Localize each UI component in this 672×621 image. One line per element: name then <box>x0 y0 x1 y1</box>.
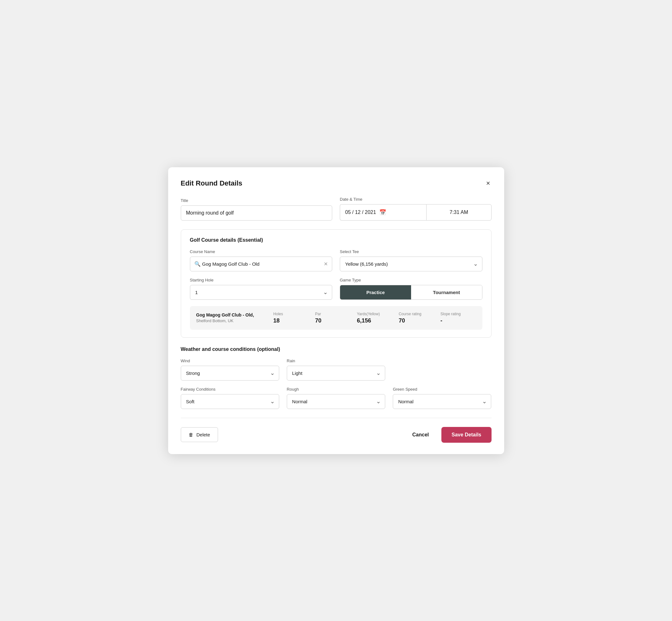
course-rating-label: Course rating <box>399 312 421 316</box>
wind-dropdown[interactable]: Calm Light Moderate Strong Very Strong <box>181 366 279 380</box>
course-info-row: Gog Magog Golf Club - Old, Shelford Bott… <box>190 306 482 330</box>
wind-select-wrapper: Calm Light Moderate Strong Very Strong ⌄ <box>181 366 279 380</box>
par-label: Par <box>315 312 321 316</box>
fairway-rough-green-row: Fairway Conditions Dry Normal Soft Wet ⌄… <box>181 387 492 409</box>
course-name-group: Course Name 🔍 ✕ <box>190 249 333 272</box>
modal-title: Edit Round Details <box>181 179 243 188</box>
time-input[interactable]: 7:31 AM <box>426 204 491 220</box>
weather-section: Weather and course conditions (optional)… <box>181 346 492 409</box>
rain-label: Rain <box>287 359 385 363</box>
trash-icon: 🗑 <box>189 432 194 437</box>
title-label: Title <box>181 198 333 203</box>
course-name-label: Course Name <box>190 249 333 254</box>
slope-rating-stat: Slope rating - <box>434 312 476 324</box>
green-speed-dropdown[interactable]: Slow Normal Fast Very Fast <box>393 394 491 409</box>
top-row: Title Date & Time 05 / 12 / 2021 📅 7:31 … <box>181 197 492 220</box>
starting-hole-group: Starting Hole 1 2 10 ⌄ <box>190 278 333 300</box>
green-speed-label: Green Speed <box>393 387 491 391</box>
delete-button[interactable]: 🗑 Delete <box>181 427 218 442</box>
holes-value: 18 <box>273 318 280 324</box>
cancel-button[interactable]: Cancel <box>406 427 435 442</box>
yards-label: Yards(Yellow) <box>357 312 380 316</box>
fairway-group: Fairway Conditions Dry Normal Soft Wet ⌄ <box>181 387 279 409</box>
date-input[interactable]: 05 / 12 / 2021 📅 <box>340 204 426 220</box>
fairway-label: Fairway Conditions <box>181 387 279 391</box>
course-name-search-wrapper: 🔍 ✕ <box>190 256 333 272</box>
practice-toggle-button[interactable]: Practice <box>340 285 411 299</box>
course-name-block: Gog Magog Golf Club - Old, Shelford Bott… <box>196 313 267 323</box>
golf-section-title: Golf Course details (Essential) <box>190 237 482 243</box>
starting-hole-label: Starting Hole <box>190 278 333 282</box>
game-type-group: Game Type Practice Tournament <box>340 278 482 300</box>
datetime-row: 05 / 12 / 2021 📅 7:31 AM <box>340 204 492 220</box>
datetime-label: Date & Time <box>340 197 492 202</box>
select-tee-label: Select Tee <box>340 249 482 254</box>
course-rating-value: 70 <box>399 318 405 324</box>
weather-title: Weather and course conditions (optional) <box>181 346 492 352</box>
holes-label: Holes <box>273 312 283 316</box>
rough-dropdown[interactable]: Short Normal Long <box>287 394 385 409</box>
course-tee-row: Course Name 🔍 ✕ Select Tee Yellow (6,156… <box>190 249 482 272</box>
delete-label: Delete <box>197 432 210 437</box>
edit-round-modal: Edit Round Details × Title Date & Time 0… <box>168 167 504 454</box>
golf-course-section: Golf Course details (Essential) Course N… <box>181 230 492 338</box>
par-value: 70 <box>315 318 322 324</box>
calendar-icon: 📅 <box>379 209 386 216</box>
datetime-field-group: Date & Time 05 / 12 / 2021 📅 7:31 AM <box>340 197 492 220</box>
green-speed-group: Green Speed Slow Normal Fast Very Fast ⌄ <box>393 387 491 409</box>
fairway-select-wrapper: Dry Normal Soft Wet ⌄ <box>181 394 279 409</box>
rough-label: Rough <box>287 387 385 391</box>
par-stat: Par 70 <box>309 312 350 324</box>
course-info-location: Shelford Bottom, UK <box>196 318 267 323</box>
modal-header: Edit Round Details × <box>181 178 492 188</box>
select-tee-group: Select Tee Yellow (6,156 yards) White Re… <box>340 249 482 272</box>
starting-hole-dropdown[interactable]: 1 2 10 <box>190 285 333 300</box>
tournament-toggle-button[interactable]: Tournament <box>411 285 482 299</box>
course-name-input[interactable] <box>190 256 333 272</box>
close-button[interactable]: × <box>485 178 492 188</box>
rain-select-wrapper: None Light Moderate Heavy ⌄ <box>287 366 385 380</box>
select-tee-wrapper: Yellow (6,156 yards) White Red Blue ⌄ <box>340 256 482 272</box>
time-value: 7:31 AM <box>450 210 468 215</box>
rough-group: Rough Short Normal Long ⌄ <box>287 387 385 409</box>
slope-rating-label: Slope rating <box>440 312 461 316</box>
game-type-label: Game Type <box>340 278 482 282</box>
date-value: 05 / 12 / 2021 <box>345 210 376 215</box>
footer-divider <box>181 418 492 418</box>
course-info-name: Gog Magog Golf Club - Old, <box>196 313 267 318</box>
wind-rain-row: Wind Calm Light Moderate Strong Very Str… <box>181 359 492 380</box>
game-type-toggle: Practice Tournament <box>340 285 482 300</box>
fairway-dropdown[interactable]: Dry Normal Soft Wet <box>181 394 279 409</box>
select-tee-dropdown[interactable]: Yellow (6,156 yards) White Red Blue <box>340 256 482 272</box>
clear-icon[interactable]: ✕ <box>324 261 328 267</box>
hole-gametype-row: Starting Hole 1 2 10 ⌄ Game Type Practic… <box>190 278 482 300</box>
yards-value: 6,156 <box>357 318 371 324</box>
rough-select-wrapper: Short Normal Long ⌄ <box>287 394 385 409</box>
rain-group: Rain None Light Moderate Heavy ⌄ <box>287 359 385 380</box>
holes-stat: Holes 18 <box>267 312 308 324</box>
footer: 🗑 Delete Cancel Save Details <box>181 427 492 443</box>
yards-stat: Yards(Yellow) 6,156 <box>350 312 392 324</box>
starting-hole-wrapper: 1 2 10 ⌄ <box>190 285 333 300</box>
wind-label: Wind <box>181 359 279 363</box>
footer-right: Cancel Save Details <box>406 427 492 443</box>
rain-dropdown[interactable]: None Light Moderate Heavy <box>287 366 385 380</box>
title-input[interactable] <box>181 205 333 220</box>
green-speed-select-wrapper: Slow Normal Fast Very Fast ⌄ <box>393 394 491 409</box>
title-field-group: Title <box>181 198 333 220</box>
search-icon: 🔍 <box>194 261 201 267</box>
slope-rating-value: - <box>440 318 442 324</box>
course-rating-stat: Course rating 70 <box>392 312 434 324</box>
wind-group: Wind Calm Light Moderate Strong Very Str… <box>181 359 279 380</box>
save-button[interactable]: Save Details <box>442 427 491 443</box>
